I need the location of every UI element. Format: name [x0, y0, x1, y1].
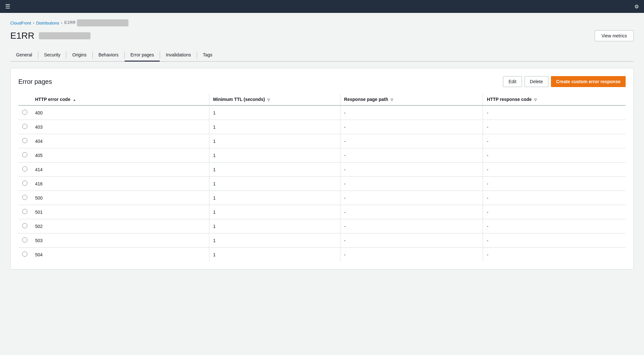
row-response-path: -: [340, 191, 483, 205]
breadcrumb-sep-1: ›: [33, 21, 34, 25]
page-header: E1RR View metrics: [10, 30, 634, 41]
table-row: 414 1 - -: [18, 163, 626, 177]
row-select-cell: [18, 233, 31, 248]
breadcrumb-distributions[interactable]: Distributions: [36, 21, 59, 25]
redacted-id: [77, 19, 128, 26]
row-radio-500[interactable]: [22, 195, 27, 200]
row-select-cell: [18, 134, 31, 148]
tab-behaviors[interactable]: Behaviors: [93, 49, 124, 62]
row-http-error-code: 405: [31, 148, 209, 163]
table-header-row: HTTP error code ▲ Minimum TTL (seconds) …: [18, 94, 626, 105]
table-row: 503 1 - -: [18, 233, 626, 248]
row-radio-414[interactable]: [22, 166, 27, 172]
delete-button[interactable]: Delete: [525, 76, 548, 87]
tab-invalidations[interactable]: Invalidations: [160, 49, 197, 62]
table-row: 404 1 - -: [18, 134, 626, 148]
card-header: Error pages Edit Delete Create custom er…: [18, 76, 626, 87]
page-title: E1RR: [10, 31, 90, 41]
row-http-error-code: 503: [31, 233, 209, 248]
row-http-response-code: -: [483, 134, 626, 148]
table-row: 405 1 - -: [18, 148, 626, 163]
row-response-path: -: [340, 105, 483, 120]
settings-icon[interactable]: ⚙: [634, 4, 639, 10]
row-response-path: -: [340, 248, 483, 262]
row-min-ttl: 1: [209, 105, 340, 120]
row-http-error-code: 414: [31, 163, 209, 177]
error-pages-card: Error pages Edit Delete Create custom er…: [10, 68, 634, 270]
edit-button[interactable]: Edit: [503, 76, 522, 87]
row-min-ttl: 1: [209, 191, 340, 205]
row-select-cell: [18, 177, 31, 191]
row-min-ttl: 1: [209, 233, 340, 248]
sort-desc-icon: ▽: [267, 98, 270, 102]
row-min-ttl: 1: [209, 248, 340, 262]
row-response-path: -: [340, 148, 483, 163]
tabs-container: General Security Origins Behaviors Error…: [10, 49, 634, 62]
table-row: 502 1 - -: [18, 219, 626, 233]
row-min-ttl: 1: [209, 163, 340, 177]
error-pages-table: HTTP error code ▲ Minimum TTL (seconds) …: [18, 94, 626, 261]
row-select-cell: [18, 148, 31, 163]
tab-error-pages[interactable]: Error pages: [125, 49, 160, 62]
breadcrumb-current: E1RR: [64, 19, 128, 26]
row-radio-404[interactable]: [22, 138, 27, 143]
row-select-cell: [18, 219, 31, 233]
row-response-path: -: [340, 205, 483, 219]
sort-none-icon-2: ▽: [534, 98, 537, 102]
row-select-cell: [18, 163, 31, 177]
row-http-error-code: 502: [31, 219, 209, 233]
row-http-response-code: -: [483, 205, 626, 219]
table-row: 403 1 - -: [18, 120, 626, 134]
row-radio-504[interactable]: [22, 251, 27, 257]
breadcrumb: CloudFront › Distributions › E1RR: [10, 19, 634, 26]
row-http-response-code: -: [483, 233, 626, 248]
row-http-response-code: -: [483, 105, 626, 120]
create-custom-error-response-button[interactable]: Create custom error response: [551, 76, 626, 87]
card-title: Error pages: [18, 78, 52, 85]
row-select-cell: [18, 105, 31, 120]
card-actions: Edit Delete Create custom error response: [503, 76, 626, 87]
row-radio-416[interactable]: [22, 181, 27, 186]
row-http-response-code: -: [483, 191, 626, 205]
th-http-response-code[interactable]: HTTP response code ▽: [483, 94, 626, 105]
row-radio-502[interactable]: [22, 223, 27, 228]
row-http-response-code: -: [483, 148, 626, 163]
row-select-cell: [18, 205, 31, 219]
row-response-path: -: [340, 177, 483, 191]
row-http-response-code: -: [483, 163, 626, 177]
tab-tags[interactable]: Tags: [197, 49, 218, 62]
row-response-path: -: [340, 134, 483, 148]
view-metrics-button[interactable]: View metrics: [595, 30, 634, 41]
row-radio-405[interactable]: [22, 152, 27, 157]
main-content: CloudFront › Distributions › E1RR E1RR V…: [0, 13, 644, 355]
row-http-response-code: -: [483, 177, 626, 191]
tab-general[interactable]: General: [10, 49, 38, 62]
table-row: 501 1 - -: [18, 205, 626, 219]
tab-security[interactable]: Security: [38, 49, 66, 62]
row-http-response-code: -: [483, 248, 626, 262]
page-title-redacted: [39, 32, 90, 39]
sort-asc-icon: ▲: [73, 98, 76, 102]
th-http-error-code[interactable]: HTTP error code ▲: [31, 94, 209, 105]
hamburger-icon[interactable]: ☰: [5, 3, 10, 10]
row-http-response-code: -: [483, 120, 626, 134]
row-min-ttl: 1: [209, 219, 340, 233]
row-min-ttl: 1: [209, 205, 340, 219]
top-bar: ☰ ⚙: [0, 0, 644, 13]
row-response-path: -: [340, 163, 483, 177]
row-radio-403[interactable]: [22, 124, 27, 129]
row-http-error-code: 501: [31, 205, 209, 219]
breadcrumb-cloudfront[interactable]: CloudFront: [10, 21, 31, 25]
row-http-error-code: 403: [31, 120, 209, 134]
row-min-ttl: 1: [209, 177, 340, 191]
table-row: 500 1 - -: [18, 191, 626, 205]
tab-origins[interactable]: Origins: [66, 49, 92, 62]
row-radio-400[interactable]: [22, 110, 27, 115]
row-response-path: -: [340, 120, 483, 134]
table-row: 416 1 - -: [18, 177, 626, 191]
row-radio-503[interactable]: [22, 237, 27, 242]
row-radio-501[interactable]: [22, 209, 27, 214]
th-min-ttl[interactable]: Minimum TTL (seconds) ▽: [209, 94, 340, 105]
th-response-page-path[interactable]: Response page path ▽: [340, 94, 483, 105]
row-min-ttl: 1: [209, 134, 340, 148]
